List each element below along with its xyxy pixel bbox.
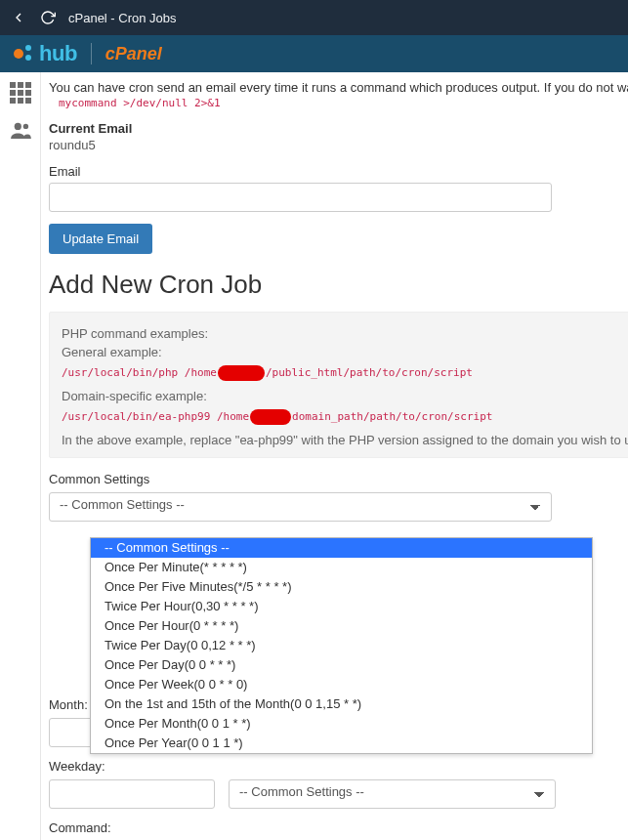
weekday-common-select[interactable]: -- Common Settings -- (229, 779, 556, 809)
dropdown-option[interactable]: Once Per Day(0 0 * * *) (91, 655, 592, 675)
dropdown-option[interactable]: Twice Per Hour(0,30 * * * *) (91, 597, 592, 616)
svg-point-0 (14, 123, 21, 130)
main-content: You can have cron send an email every ti… (41, 72, 628, 840)
common-settings-select[interactable]: -- Common Settings -- (49, 492, 552, 522)
redacted-block (218, 365, 265, 381)
cpanel-logo: cPanel (105, 44, 162, 64)
back-icon[interactable] (10, 9, 27, 26)
general-code-post: /public_html/path/to/cron/script (266, 366, 473, 379)
dropdown-option[interactable]: Once Per Week(0 0 * * 0) (91, 675, 592, 694)
weekday-select-value: -- Common Settings -- (239, 784, 364, 799)
dropdown-option[interactable]: Once Per Minute(* * * * *) (91, 558, 592, 577)
domain-code-pre: /usr/local/bin/ea-php99 /home (62, 410, 249, 423)
common-settings-dropdown[interactable]: -- Common Settings -- Once Per Minute(* … (90, 537, 593, 754)
current-email-value: roundu5 (49, 138, 628, 152)
general-code-pre: /usr/local/bin/php /home (62, 366, 217, 379)
dropdown-option[interactable]: Once Per Five Minutes(*/5 * * * *) (91, 577, 592, 597)
add-cron-heading: Add New Cron Job (49, 270, 628, 300)
domain-example-label: Domain-specific example: (62, 389, 622, 403)
window-title: cPanel - Cron Jobs (68, 11, 177, 25)
dropdown-option[interactable]: Once Per Hour(0 * * * *) (91, 616, 592, 636)
dropdown-option[interactable]: Once Per Month(0 0 1 * *) (91, 714, 592, 734)
examples-note: In the above example, replace "ea-php99"… (62, 433, 622, 447)
examples-panel: PHP command examples: General example: /… (49, 312, 628, 458)
email-label: Email (49, 164, 628, 179)
window-titlebar: cPanel - Cron Jobs (0, 0, 628, 35)
hub-logo-text: hub (39, 41, 77, 66)
dropdown-option[interactable]: On the 1st and 15th of the Month(0 0 1,1… (91, 694, 592, 714)
domain-example-code: /usr/local/bin/ea-php99 /homedomain_path… (62, 409, 622, 425)
examples-title: PHP command examples: (62, 326, 622, 341)
general-example-label: General example: (62, 345, 622, 359)
domain-code-mid: domain_path (292, 410, 363, 423)
domain-code-post: /path/to/cron/script (363, 410, 492, 423)
intro-code: mycommand >/dev/null 2>&1 (49, 97, 628, 109)
current-email-label: Current Email (49, 121, 628, 136)
left-sidebar (0, 72, 41, 840)
hub-logo-icon (14, 43, 35, 64)
refresh-icon[interactable] (39, 9, 57, 26)
update-email-button[interactable]: Update Email (49, 224, 152, 254)
weekday-label: Weekday: (49, 759, 628, 774)
common-settings-selected: -- Common Settings -- (60, 497, 185, 512)
brand-bar: hub cPanel (0, 35, 628, 72)
hub-logo: hub (14, 41, 77, 66)
dropdown-option[interactable]: Twice Per Day(0 0,12 * * *) (91, 636, 592, 655)
common-settings-label: Common Settings (49, 472, 628, 486)
redacted-block (250, 409, 291, 425)
brand-separator (91, 43, 92, 64)
command-label: Command: (49, 820, 628, 835)
users-icon[interactable] (10, 121, 31, 139)
email-input[interactable] (49, 183, 552, 212)
general-example-code: /usr/local/bin/php /home/public_html/pat… (62, 365, 622, 381)
weekday-input[interactable] (49, 779, 215, 809)
weekday-row: -- Common Settings -- (49, 779, 628, 809)
apps-grid-icon[interactable] (10, 82, 31, 104)
dropdown-option[interactable]: Once Per Year(0 0 1 1 *) (91, 734, 592, 753)
examples-note-text: In the above example, replace "ea-php99"… (62, 433, 628, 447)
dropdown-option[interactable]: -- Common Settings -- (91, 538, 592, 558)
intro-text: You can have cron send an email every ti… (49, 80, 628, 95)
svg-point-1 (22, 124, 27, 129)
